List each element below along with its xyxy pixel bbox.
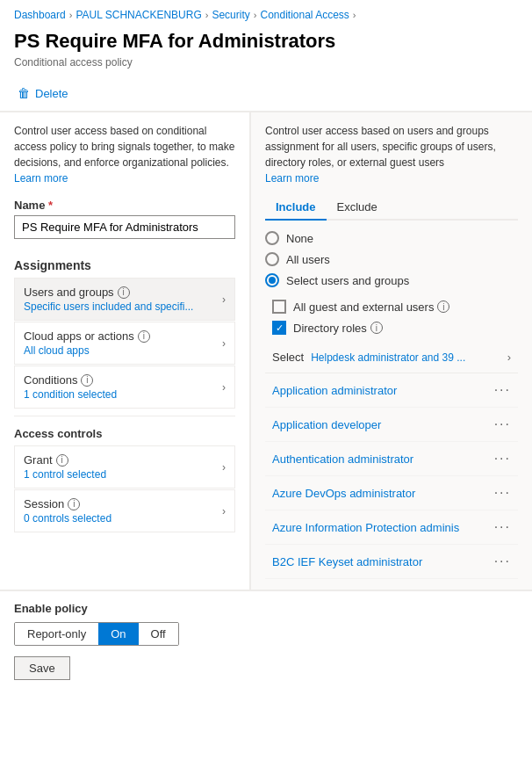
grant-info-icon[interactable]: i — [56, 454, 68, 467]
learn-more-link-1[interactable]: Learn more — [14, 172, 68, 185]
cloud-apps-info-icon[interactable]: i — [138, 330, 150, 343]
required-asterisk: * — [48, 199, 53, 212]
role-b2c-admin-dots[interactable]: ··· — [494, 554, 511, 569]
radio-all-users[interactable]: All users — [265, 252, 518, 266]
role-item-auth-admin[interactable]: Authentication administrator ··· — [265, 442, 518, 476]
role-b2c-admin-name: B2C IEF Keyset administrator — [272, 555, 422, 568]
select-row[interactable]: Select Helpdesk administrator and 39 ...… — [265, 345, 518, 369]
checkbox-guest-label: All guest and external users i — [293, 300, 449, 314]
nav-cloud-apps-sub: All cloud apps — [24, 344, 222, 357]
role-app-admin-dots[interactable]: ··· — [494, 382, 511, 398]
nav-grant-title: Grant i — [24, 453, 222, 467]
nav-conditions-content: Conditions i 1 condition selected — [24, 373, 222, 401]
role-item-b2c-admin[interactable]: B2C IEF Keyset administrator ··· — [265, 545, 518, 579]
divider-1 — [14, 416, 235, 416]
radio-none-circle — [265, 231, 279, 245]
role-item-devops-admin[interactable]: Azure DevOps administrator ··· — [265, 476, 518, 510]
save-button[interactable]: Save — [14, 656, 70, 680]
users-groups-chevron: › — [222, 293, 226, 306]
tab-include[interactable]: Include — [265, 195, 327, 221]
breadcrumb-security[interactable]: Security — [212, 9, 249, 21]
radio-none-label: None — [286, 232, 313, 245]
assignments-header: Assignments — [14, 258, 235, 272]
users-groups-info-icon[interactable]: i — [118, 286, 130, 299]
conditions-chevron: › — [222, 381, 226, 394]
role-devops-admin-name: Azure DevOps administrator — [272, 487, 415, 500]
cloud-apps-chevron: › — [222, 337, 226, 350]
role-app-developer-dots[interactable]: ··· — [494, 416, 511, 432]
toggle-on[interactable]: On — [98, 623, 138, 645]
select-chevron: › — [507, 351, 511, 364]
nav-grant[interactable]: Grant i 1 control selected › — [14, 445, 235, 489]
breadcrumb-sep-3: › — [254, 10, 257, 20]
main-content: Control user access based on conditional… — [0, 112, 532, 590]
tab-exclude[interactable]: Exclude — [327, 195, 388, 221]
checkbox-guest-box — [272, 300, 286, 314]
checkbox-directory-roles-box — [272, 321, 286, 335]
name-label: Name * — [14, 199, 235, 212]
breadcrumb-sep-1: › — [69, 10, 73, 20]
radio-select-users-label: Select users and groups — [286, 274, 409, 287]
nav-cloud-apps[interactable]: Cloud apps or actions i All cloud apps › — [14, 322, 235, 365]
name-input[interactable] — [14, 215, 235, 239]
trash-icon: 🗑 — [18, 86, 30, 100]
nav-users-groups-title: Users and groups i — [24, 286, 222, 299]
radio-select-users-circle — [265, 273, 279, 287]
select-value: Helpdesk administrator and 39 ... — [304, 351, 507, 364]
role-aip-admin-name: Azure Information Protection adminis — [272, 521, 459, 534]
checkbox-directory-roles[interactable]: Directory roles i — [272, 321, 518, 335]
page-title: PS Require MFA for Administrators — [0, 26, 532, 54]
role-item-app-admin[interactable]: Application administrator ··· — [265, 373, 518, 408]
right-learn-more-link[interactable]: Learn more — [265, 172, 319, 185]
left-description: Control user access based on conditional… — [14, 123, 235, 186]
checkbox-guest[interactable]: All guest and external users i — [272, 300, 518, 314]
breadcrumb-sep-4: › — [353, 10, 356, 20]
breadcrumb-conditional-access[interactable]: Conditional Access — [260, 9, 349, 21]
nav-conditions[interactable]: Conditions i 1 condition selected › — [14, 366, 235, 409]
directory-roles-info-icon[interactable]: i — [370, 322, 383, 334]
checkbox-directory-roles-label: Directory roles i — [293, 322, 383, 335]
role-app-developer-name: Application developer — [272, 418, 381, 431]
nav-conditions-sub: 1 condition selected — [24, 388, 222, 401]
radio-all-users-circle — [265, 252, 279, 266]
radio-none[interactable]: None — [265, 231, 518, 245]
nav-session-title: Session i — [24, 497, 222, 510]
toggle-off[interactable]: Off — [139, 623, 178, 645]
nav-grant-content: Grant i 1 control selected — [24, 453, 222, 481]
delete-label: Delete — [35, 87, 68, 100]
nav-session-sub: 0 controls selected — [24, 512, 222, 525]
toggle-report-only[interactable]: Report-only — [15, 623, 98, 645]
role-item-aip-admin[interactable]: Azure Information Protection adminis ··· — [265, 510, 518, 545]
breadcrumb-dashboard[interactable]: Dashboard — [14, 9, 66, 21]
nav-session[interactable]: Session i 0 controls selected › — [14, 489, 235, 532]
nav-session-content: Session i 0 controls selected — [24, 497, 222, 525]
role-aip-admin-dots[interactable]: ··· — [494, 519, 511, 535]
tab-bar: Include Exclude — [265, 195, 518, 221]
role-app-admin-name: Application administrator — [272, 384, 397, 397]
nav-users-groups-content: Users and groups i Specific users includ… — [24, 286, 222, 313]
session-chevron: › — [222, 505, 226, 518]
nav-grant-sub: 1 control selected — [24, 468, 222, 481]
radio-select-users[interactable]: Select users and groups — [265, 273, 518, 287]
bottom-bar: Enable policy Report-only On Off Save — [0, 590, 532, 691]
toolbar: 🗑 Delete — [0, 76, 532, 112]
nav-users-groups[interactable]: Users and groups i Specific users includ… — [14, 278, 235, 321]
conditions-info-icon[interactable]: i — [81, 374, 93, 387]
nav-users-groups-sub: Specific users included and specifi... — [24, 300, 222, 313]
role-devops-admin-dots[interactable]: ··· — [494, 485, 511, 501]
nav-conditions-title: Conditions i — [24, 373, 222, 387]
checkbox-group: All guest and external users i Directory… — [265, 300, 518, 335]
role-list: Application administrator ··· Applicatio… — [265, 373, 518, 579]
role-item-app-developer[interactable]: Application developer ··· — [265, 408, 518, 442]
breadcrumb-user[interactable]: PAUL SCHNACKENBURG — [75, 9, 201, 21]
right-panel: Control user access based on users and g… — [250, 112, 532, 590]
guest-info-icon[interactable]: i — [437, 300, 449, 313]
session-info-icon[interactable]: i — [68, 498, 80, 510]
nav-cloud-apps-title: Cloud apps or actions i — [24, 329, 222, 343]
access-controls-header: Access controls — [14, 427, 235, 440]
role-auth-admin-dots[interactable]: ··· — [494, 451, 511, 467]
breadcrumb-sep-2: › — [205, 10, 209, 20]
left-panel: Control user access based on conditional… — [0, 112, 250, 590]
delete-button[interactable]: 🗑 Delete — [14, 83, 72, 104]
enable-policy-label: Enable policy — [14, 602, 518, 615]
